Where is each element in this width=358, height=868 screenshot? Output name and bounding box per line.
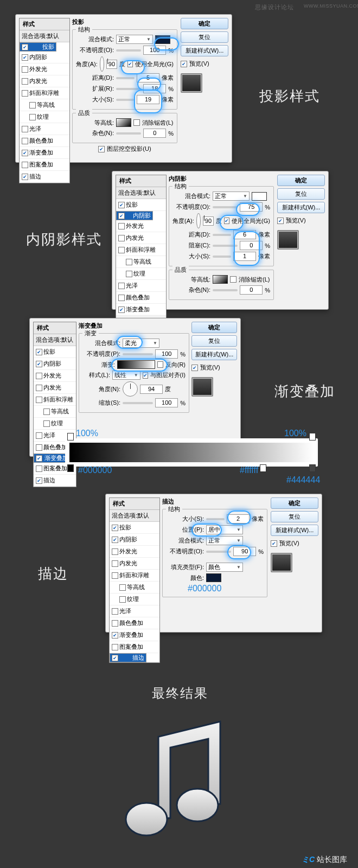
sidebar-item-gradient-overlay[interactable]: 渐变叠加 — [110, 629, 159, 641]
angle-dial[interactable] — [196, 213, 201, 228]
contour-swatch[interactable] — [116, 118, 131, 127]
size-input[interactable]: 1 — [233, 252, 256, 261]
opacity-input[interactable]: 100 — [155, 349, 178, 359]
checkbox-icon[interactable] — [112, 548, 118, 555]
size-input[interactable]: 2 — [227, 514, 250, 524]
new-style-button[interactable]: 新建样式(W)... — [271, 525, 318, 536]
checkbox-icon[interactable] — [22, 54, 28, 61]
sidebar-item-texture[interactable]: 纹理 — [20, 111, 69, 123]
sidebar-item-bevel[interactable]: 斜面和浮雕 — [34, 394, 76, 406]
sidebar-item-outer-glow[interactable]: 外发光 — [116, 220, 166, 232]
checkbox-icon[interactable] — [112, 644, 118, 650]
checkbox-icon[interactable] — [22, 78, 28, 85]
sidebar-item-inner-shadow[interactable]: 内阴影 — [110, 534, 159, 546]
color-stop[interactable] — [309, 464, 316, 472]
sidebar-item-bevel[interactable]: 斜面和浮雕 — [110, 570, 159, 582]
opacity-input[interactable]: 75 — [240, 202, 263, 212]
ok-button[interactable]: 确定 — [191, 322, 237, 333]
opacity-stop[interactable] — [67, 433, 74, 441]
checkbox-icon[interactable] — [119, 584, 126, 591]
scale-slider[interactable] — [123, 402, 153, 404]
color-stop[interactable] — [260, 464, 266, 472]
reset-button[interactable]: 复位 — [271, 511, 318, 522]
checkbox-icon[interactable] — [36, 444, 42, 451]
checkbox-icon[interactable] — [29, 102, 36, 108]
checkbox-icon[interactable] — [22, 150, 28, 156]
sidebar-item-pattern-overlay[interactable]: 图案叠加 — [20, 159, 69, 171]
sidebar-item-outer-glow[interactable]: 外发光 — [34, 370, 76, 382]
checkbox-icon[interactable] — [22, 44, 28, 50]
new-style-button[interactable]: 新建样式(W)... — [191, 349, 237, 360]
opacity-slider[interactable] — [116, 49, 141, 52]
checkbox-icon[interactable] — [112, 608, 118, 615]
checkbox-icon[interactable] — [157, 361, 163, 368]
angle-input[interactable]: 90 — [203, 216, 214, 226]
sidebar-item-bevel[interactable]: 斜面和浮雕 — [116, 244, 166, 256]
checkbox-icon[interactable] — [98, 146, 105, 152]
checkbox-icon[interactable] — [271, 540, 277, 547]
sidebar-item-drop-shadow[interactable]: 投影 — [34, 346, 76, 358]
blend-mode-select[interactable]: 正常▼ — [213, 192, 250, 201]
sidebar-item-contour[interactable]: 等高线 — [34, 406, 76, 418]
checkbox-icon[interactable] — [181, 61, 187, 67]
sidebar-item-outer-glow[interactable]: 外发光 — [110, 546, 159, 558]
checkbox-icon[interactable] — [22, 66, 28, 73]
sidebar-item-inner-shadow[interactable]: 内阴影 — [116, 211, 153, 220]
sidebar-item-contour[interactable]: 等高线 — [20, 99, 69, 111]
blend-mode-select[interactable]: 柔光▼ — [123, 339, 159, 348]
noise-slider[interactable] — [116, 132, 141, 135]
sidebar-item-gradient-overlay[interactable]: 渐变叠加 — [116, 304, 166, 316]
sidebar-item-satin[interactable]: 光泽 — [20, 123, 69, 135]
filltype-select[interactable]: 颜色▼ — [206, 563, 243, 572]
noise-input[interactable]: 0 — [143, 129, 166, 138]
angle-dial[interactable] — [100, 56, 104, 72]
blend-mode-select[interactable]: 正常▼ — [116, 35, 153, 44]
distance-input[interactable]: 5 — [137, 73, 159, 82]
sidebar-item-color-overlay[interactable]: 颜色叠加 — [20, 135, 69, 147]
checkbox-icon[interactable] — [230, 276, 236, 283]
checkbox-icon[interactable] — [22, 174, 28, 180]
sidebar-blend[interactable]: 混合选项:默认 — [20, 30, 69, 42]
checkbox-icon[interactable] — [118, 202, 125, 208]
sidebar-item-satin[interactable]: 光泽 — [116, 280, 166, 292]
angle-input[interactable]: 94 — [140, 385, 163, 394]
checkbox-icon[interactable] — [126, 259, 132, 265]
sidebar-item-contour[interactable]: 等高线 — [116, 256, 166, 268]
sidebar-item-stroke[interactable]: 描边 — [110, 653, 146, 662]
sidebar-item-color-overlay[interactable]: 颜色叠加 — [116, 292, 166, 304]
checkbox-icon[interactable] — [126, 271, 132, 277]
checkbox-icon[interactable] — [29, 114, 36, 120]
reset-button[interactable]: 复位 — [277, 188, 325, 200]
sidebar-item-inner-glow[interactable]: 内发光 — [34, 382, 76, 394]
noise-slider[interactable] — [213, 289, 238, 291]
checkbox-icon[interactable] — [36, 432, 42, 439]
checkbox-icon[interactable] — [118, 307, 125, 313]
sidebar-item-gradient-overlay[interactable]: 渐变叠加 — [20, 147, 69, 159]
checkbox-icon[interactable] — [118, 283, 125, 289]
checkbox-icon[interactable] — [277, 218, 284, 224]
color-stop[interactable] — [67, 464, 74, 472]
checkbox-icon[interactable] — [43, 409, 50, 415]
size-slider[interactable] — [116, 99, 135, 101]
sidebar-item-stroke[interactable]: 描边 — [20, 171, 69, 183]
checkbox-icon[interactable] — [36, 361, 42, 367]
opacity-slider[interactable] — [206, 551, 231, 553]
sidebar-item-drop-shadow[interactable]: 投影 — [20, 42, 56, 52]
ok-button[interactable]: 确定 — [277, 175, 325, 186]
checkbox-icon[interactable] — [112, 620, 118, 627]
choke-slider[interactable] — [213, 245, 238, 247]
checkbox-icon[interactable] — [43, 420, 50, 427]
noise-input[interactable]: 0 — [240, 285, 263, 295]
new-style-button[interactable]: 新建样式(W)... — [277, 202, 325, 213]
checkbox-icon[interactable] — [22, 126, 28, 132]
sidebar-item-inner-glow[interactable]: 内发光 — [20, 75, 69, 87]
checkbox-icon[interactable] — [112, 525, 118, 531]
sidebar-item-inner-glow[interactable]: 内发光 — [116, 232, 166, 244]
reset-button[interactable]: 复位 — [191, 335, 237, 347]
blend-mode-select[interactable]: 正常▼ — [206, 536, 243, 545]
sidebar-blend[interactable]: 混合选项:默认 — [110, 510, 159, 522]
distance-slider[interactable] — [116, 77, 135, 79]
checkbox-icon[interactable] — [36, 465, 42, 472]
spread-slider[interactable] — [116, 88, 141, 90]
checkbox-icon[interactable] — [22, 90, 28, 97]
